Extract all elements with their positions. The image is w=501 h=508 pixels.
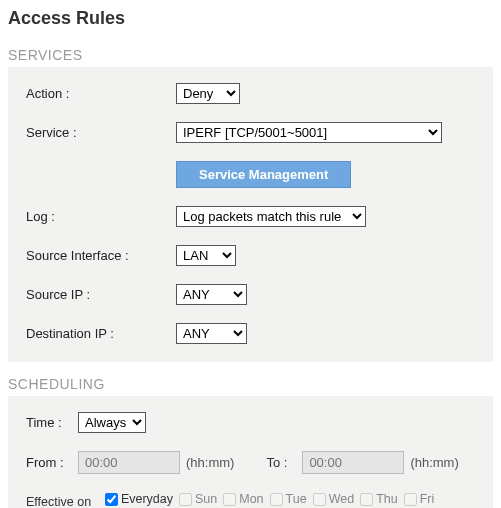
to-input[interactable] (302, 451, 404, 474)
day-checkbox-tue (270, 493, 283, 506)
action-label: Action : (26, 86, 176, 101)
log-label: Log : (26, 209, 176, 224)
day-checkbox-sun (179, 493, 192, 506)
services-panel: Action : Deny Service : IPERF [TCP/5001~… (8, 67, 493, 362)
day-checkbox-everyday[interactable] (105, 493, 118, 506)
source-interface-select[interactable]: LAN (176, 245, 236, 266)
from-hint: (hh:mm) (186, 455, 234, 470)
log-select[interactable]: Log packets match this rule (176, 206, 366, 227)
page-title: Access Rules (8, 8, 493, 29)
day-label-thu: Thu (376, 492, 398, 506)
time-select[interactable]: Always (78, 412, 146, 433)
day-wed: Wed (313, 492, 354, 506)
source-ip-select[interactable]: ANY (176, 284, 247, 305)
from-label: From : (26, 455, 78, 470)
to-hint: (hh:mm) (410, 455, 458, 470)
day-thu: Thu (360, 492, 398, 506)
scheduling-panel: Time : Always From : (hh:mm) To : (hh:mm… (8, 396, 493, 508)
action-select[interactable]: Deny (176, 83, 240, 104)
day-checkbox-thu (360, 493, 373, 506)
day-label-fri: Fri (420, 492, 435, 506)
day-tue: Tue (270, 492, 307, 506)
source-ip-label: Source IP : (26, 287, 176, 302)
day-checkbox-fri (404, 493, 417, 506)
service-label: Service : (26, 125, 176, 140)
day-sun: Sun (179, 492, 217, 506)
destination-ip-select[interactable]: ANY (176, 323, 247, 344)
destination-ip-label: Destination IP : (26, 326, 176, 341)
from-input[interactable] (78, 451, 180, 474)
day-label-wed: Wed (329, 492, 354, 506)
service-management-button[interactable]: Service Management (176, 161, 351, 188)
day-label-sun: Sun (195, 492, 217, 506)
section-header-scheduling: SCHEDULING (8, 376, 493, 392)
time-label: Time : (26, 415, 78, 430)
day-label-mon: Mon (239, 492, 263, 506)
service-select[interactable]: IPERF [TCP/5001~5001] (176, 122, 442, 143)
source-interface-label: Source Interface : (26, 248, 176, 263)
effective-on-row: Effective on : EverydaySunMonTueWedThuFr… (26, 492, 475, 508)
section-header-services: SERVICES (8, 47, 493, 63)
day-everyday[interactable]: Everyday (105, 492, 173, 506)
day-label-tue: Tue (286, 492, 307, 506)
day-fri: Fri (404, 492, 435, 506)
day-label-everyday: Everyday (121, 492, 173, 506)
day-mon: Mon (223, 492, 263, 506)
to-label: To : (266, 455, 302, 470)
day-checkbox-mon (223, 493, 236, 506)
day-checkbox-wed (313, 493, 326, 506)
effective-on-label: Effective on : (26, 495, 97, 509)
